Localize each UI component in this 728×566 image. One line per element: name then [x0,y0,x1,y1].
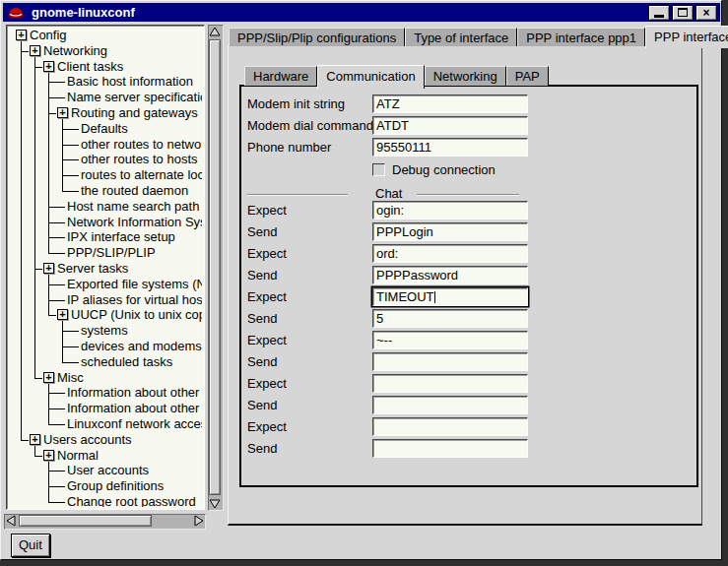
phone-number-input[interactable]: 95550111 [372,138,528,157]
field-label: Send [247,224,277,239]
subtab-hardware[interactable]: Hardware [244,66,317,86]
scroll-up-icon[interactable] [208,25,222,38]
tree-item-name-server-specification[interactable]: Name server specification ( [67,90,202,105]
expect-input[interactable]: TIMEOUT [372,287,528,306]
tree-item-other-routes-to-networks[interactable]: other routes to networks [81,137,202,153]
tree-item-user-accounts[interactable]: User accounts [67,463,149,478]
tab-ppp-slip-plip-configurations[interactable]: PPP/Slip/Plip configurations [229,28,405,46]
tree-vertical-scrollbar[interactable] [208,25,224,511]
tree-expander-icon[interactable]: + [57,107,68,118]
debug-connection-checkbox[interactable] [372,163,385,176]
send-input[interactable]: PPPPassword [372,266,528,284]
tree-item-client-tasks[interactable]: Client tasks [57,59,123,75]
tree-item-information-about-other-host[interactable]: Information about other host [67,385,202,401]
tree-item-other-routes-to-hosts[interactable]: other routes to hosts [81,152,198,167]
scroll-down-icon[interactable] [208,497,222,511]
tree-item-ip-aliases-for-virtual-hosts[interactable]: IP aliases for virtual hosts [67,292,202,308]
tree-branch-line [34,456,42,457]
modem-init-string-input[interactable]: ATZ [372,94,528,113]
form-row: Expect [241,417,696,438]
close-icon: × [702,7,709,19]
tree-item-exported-file-systems-nfs[interactable]: Exported file systems (NFS) [67,277,202,292]
tree-branch-line [48,253,65,254]
tree-expander-icon[interactable]: + [30,434,40,445]
chat-section-separator: Chat [241,186,696,202]
tree-branch-line [62,145,79,146]
subtab-pap[interactable]: PAP [506,66,549,86]
send-input[interactable]: 5 [372,309,528,328]
tree-expander-icon[interactable]: + [43,263,54,274]
tree-expander-icon[interactable]: + [16,30,27,40]
form-row: Send [241,396,696,416]
tab-ppp-interface-ppp1[interactable]: PPP interface ppp1 [517,28,645,46]
expect-input[interactable]: ~-- [372,331,528,349]
horizontal-scrollbar-thumb[interactable] [19,515,152,527]
tab-type-of-interface[interactable]: Type of interface [405,28,517,46]
tree-item-routing-and-gateways[interactable]: Routing and gateways [71,105,198,121]
field-label: Expect [247,246,287,261]
tree-expander-icon[interactable]: + [30,45,40,56]
tree-item-networking[interactable]: Networking [43,43,107,59]
expect-input[interactable]: ogin: [372,201,528,220]
tree-item-the-routed-daemon[interactable]: the routed daemon [81,183,188,199]
tree-item-change-root-password[interactable]: Change root password [67,494,196,507]
form-row: Expect [241,374,696,395]
tree-item-config[interactable]: Config [30,28,67,43]
send-input[interactable]: PPPLogin [372,222,528,241]
tree-item-users-accounts[interactable]: Users accounts [43,432,132,448]
tree-item-scheduled-tasks[interactable]: scheduled tasks [81,354,172,370]
inner-tab-bar: HardwareCommunicationNetworkingPAP [244,62,549,86]
tree-item-routes-to-alternate-local-ne[interactable]: routes to alternate local ne [81,167,202,183]
minimize-button[interactable] [648,5,670,21]
maximize-button[interactable] [672,5,694,21]
send-input[interactable] [372,439,528,458]
form-row: Expect~-- [241,331,696,351]
tree-item-ppp-slip-plip[interactable]: PPP/SLIP/PLIP [67,245,156,261]
tree-item-uucp-unix-to-unix-copy[interactable]: UUCP (Unix to unix copy) [71,307,202,323]
tree-branch-line [62,346,79,347]
tree-branch-line [48,502,65,503]
expect-input[interactable] [372,374,528,393]
tree-item-ipx-interface-setup[interactable]: IPX interface setup [67,229,175,245]
tree-item-server-tasks[interactable]: Server tasks [57,261,128,277]
tree-expander-icon[interactable]: + [43,61,54,72]
form-row: Send [241,439,696,460]
tree-item-network-information-system[interactable]: Network Information System [67,215,202,230]
tree-item-defaults[interactable]: Defaults [81,121,128,137]
scroll-left-icon[interactable] [4,514,18,528]
quit-button[interactable]: Quit [11,534,50,557]
titlebar: gnome-linuxconf × [3,3,720,22]
tree-item-systems[interactable]: systems [81,323,128,339]
main-window: gnome-linuxconf × +Config+Networking+Cli… [0,0,722,560]
tree-item-information-about-other-netw[interactable]: Information about other netw [67,401,202,416]
tree-item-normal[interactable]: Normal [57,448,99,464]
tab-ppp-interface-ppp1[interactable]: PPP interface ppp1 [645,26,728,48]
tree-expander-icon[interactable]: + [43,450,54,461]
tree-item-group-definitions[interactable]: Group definitions [67,478,164,494]
modem-dial-command-input[interactable]: ATDT [372,116,528,135]
tree-branch-line [21,440,29,441]
close-button[interactable]: × [695,5,717,21]
tree-expander-icon[interactable]: + [43,372,54,383]
tree-branch-line [34,446,35,456]
minimize-icon [654,15,664,18]
tree-expander-icon[interactable]: + [57,309,68,320]
scroll-right-icon[interactable] [192,514,206,528]
send-input[interactable] [372,396,528,414]
field-label: Send [247,398,277,412]
tree-item-linuxconf-network-access[interactable]: Linuxconf network access [67,416,202,432]
expect-input[interactable]: ord: [372,244,528,263]
tree-branch-line [48,113,56,114]
subtab-networking[interactable]: Networking [425,66,506,86]
send-input[interactable] [372,352,528,371]
tree-branch-line [62,362,79,363]
vertical-scrollbar-thumb[interactable] [209,39,221,495]
tree-item-basic-host-information[interactable]: Basic host information [67,74,193,90]
expect-input[interactable] [372,417,528,436]
tree-horizontal-scrollbar[interactable] [4,514,206,530]
tree-item-host-name-search-path[interactable]: Host name search path [67,199,199,215]
form-row: Send [241,352,696,373]
tree-item-devices-and-modems[interactable]: devices and modems [81,339,202,354]
subtab-communication[interactable]: Communication [317,65,424,89]
tree-item-misc[interactable]: Misc [57,370,84,386]
